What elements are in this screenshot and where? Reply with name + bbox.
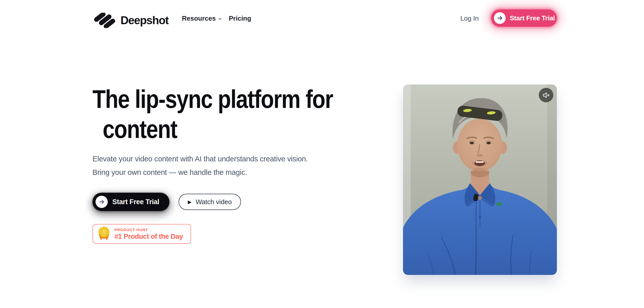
hero-title-line1: The lip-sync platform for bbox=[92, 85, 333, 113]
product-hunt-kicker: PRODUCT HUNT bbox=[114, 228, 183, 232]
hero-title-rotating-word: content bbox=[92, 114, 333, 144]
header-cta-label: Start Free Trial bbox=[510, 14, 555, 22]
watch-video-label: Watch video bbox=[196, 198, 232, 206]
cta-row: Start Free Trial ▶ Watch video bbox=[92, 193, 241, 211]
hero-subtitle-line1: Elevate your video content with AI that … bbox=[92, 152, 308, 166]
hero-subtitle-line2: Bring your own content — we handle the m… bbox=[92, 166, 308, 179]
nav-pricing-label: Pricing bbox=[229, 15, 251, 22]
speaker-muted-icon bbox=[542, 91, 550, 99]
arrow-right-icon bbox=[497, 15, 503, 21]
arrow-circle bbox=[96, 196, 108, 208]
deepshot-logo-icon bbox=[92, 13, 117, 28]
product-hunt-badge[interactable]: 1 PRODUCT HUNT #1 Product of the Day bbox=[92, 224, 191, 244]
medal-icon: 1 bbox=[98, 227, 110, 241]
nav-item-resources[interactable]: Resources bbox=[182, 15, 222, 22]
hero-title: The lip-sync platform for content bbox=[92, 84, 333, 144]
login-link[interactable]: Log In bbox=[460, 15, 479, 22]
nav-item-pricing[interactable]: Pricing bbox=[229, 15, 251, 22]
play-icon: ▶ bbox=[188, 200, 192, 204]
watch-video-button[interactable]: ▶ Watch video bbox=[179, 194, 241, 210]
chevron-down-icon bbox=[218, 17, 222, 21]
nav-resources-label: Resources bbox=[182, 15, 216, 22]
arrow-right-icon bbox=[99, 199, 105, 205]
hero-video-player[interactable] bbox=[403, 85, 557, 275]
header-start-free-trial-button[interactable]: Start Free Trial bbox=[491, 9, 557, 27]
arrow-circle bbox=[494, 12, 506, 24]
brand-name: Deepshot bbox=[120, 14, 168, 27]
hero-cta-label: Start Free Trial bbox=[112, 198, 159, 206]
hero-start-free-trial-button[interactable]: Start Free Trial bbox=[92, 193, 169, 211]
video-frame-speaker-illustration bbox=[403, 85, 557, 275]
brand-logo[interactable]: Deepshot bbox=[92, 13, 168, 28]
unmute-button[interactable] bbox=[539, 88, 553, 102]
medal-number: 1 bbox=[99, 227, 109, 237]
hero-subtitle: Elevate your video content with AI that … bbox=[92, 152, 308, 179]
product-hunt-title: #1 Product of the Day bbox=[114, 233, 183, 241]
